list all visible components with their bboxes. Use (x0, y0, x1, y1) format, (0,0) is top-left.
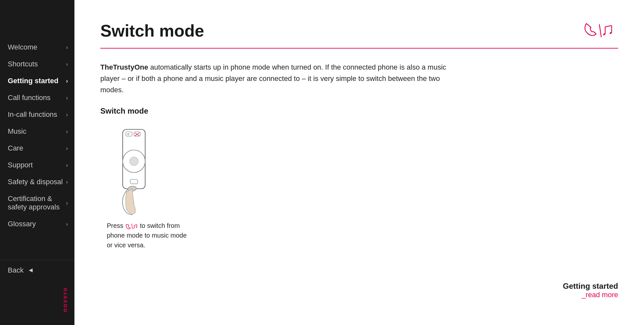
svg-rect-6 (134, 132, 140, 136)
page-header: Switch mode (100, 19, 618, 49)
chevron-right-icon: › (66, 111, 68, 118)
press-text-3: or vice versa. (107, 241, 145, 249)
inline-mode-icon (125, 223, 138, 229)
novero-logo: novero (59, 280, 71, 319)
device-illustration: ✆ ··· Press (107, 126, 456, 250)
sidebar-item-getting-started[interactable]: Getting started› (0, 73, 74, 89)
content-body: TheTrustyOne automatically starts up in … (100, 62, 456, 250)
device-svg: ✆ ··· (107, 126, 159, 217)
sidebar-item-call-functions[interactable]: Call functions› (0, 89, 74, 106)
nav-item-label: Care (8, 144, 23, 152)
nav-item-label: Getting started (8, 77, 58, 85)
chevron-right-icon: › (66, 95, 68, 101)
sidebar-item-shortcuts[interactable]: Shortcuts› (0, 56, 74, 73)
nav-item-label: Certification & safety approvals (8, 195, 66, 211)
nav-item-label: Shortcuts (8, 60, 38, 68)
chevron-right-icon: › (66, 162, 68, 169)
chevron-right-icon: › (66, 179, 68, 185)
svg-point-11 (129, 157, 138, 166)
main-content: Switch mode TheTrustyOne automatically s… (74, 0, 644, 325)
chevron-right-icon: › (66, 61, 68, 68)
press-caption: Press to switch from phone mode to music… (107, 221, 194, 250)
intro-paragraph: TheTrustyOne automatically starts up in … (100, 62, 456, 96)
sidebar-item-certification-safety[interactable]: Certification & safety approvals› (0, 190, 74, 216)
bottom-right-reading-guide: Getting started _read more (563, 282, 618, 299)
sidebar: Welcome›Shortcuts›Getting started›Call f… (0, 0, 74, 325)
bottom-right-title: Getting started (563, 282, 618, 291)
sidebar-navigation: Welcome›Shortcuts›Getting started›Call f… (0, 0, 74, 260)
nav-item-label: Call functions (8, 94, 50, 102)
back-arrow-icon: ◄ (28, 266, 34, 274)
chevron-right-icon: › (66, 200, 68, 207)
nav-item-label: Music (8, 127, 26, 136)
mode-switch-icon (583, 19, 618, 42)
intro-text: automatically starts up in phone mode wh… (100, 63, 446, 94)
svg-line-2 (605, 26, 612, 27)
back-button[interactable]: Back ◄ (0, 260, 74, 280)
sidebar-item-welcome[interactable]: Welcome› (0, 39, 74, 56)
sidebar-item-safety-disposal[interactable]: Safety & disposal› (0, 174, 74, 190)
svg-text:···: ··· (131, 180, 134, 184)
nav-item-label: In-call functions (8, 110, 57, 119)
sidebar-item-care[interactable]: Care› (0, 140, 74, 157)
chevron-right-icon: › (66, 221, 68, 228)
sidebar-item-support[interactable]: Support› (0, 157, 74, 174)
svg-line-15 (132, 224, 132, 229)
press-label: Press (107, 222, 123, 229)
chevron-right-icon: › (66, 78, 68, 84)
novero-logo-area: novero (0, 280, 74, 325)
back-label: Back (8, 266, 24, 275)
nav-item-label: Glossary (8, 220, 36, 228)
sidebar-item-glossary[interactable]: Glossary› (0, 216, 74, 232)
page-title: Switch mode (100, 21, 204, 40)
svg-text:✆: ✆ (127, 133, 130, 136)
chevron-right-icon: › (66, 128, 68, 135)
chevron-right-icon: › (66, 44, 68, 51)
chevron-right-icon: › (66, 145, 68, 152)
bottom-right-link[interactable]: _read more (563, 291, 618, 299)
brand-name-1: TheTrustyOne (100, 63, 148, 71)
svg-line-17 (134, 225, 137, 225)
switch-mode-subtitle: Switch mode (100, 105, 456, 117)
nav-item-label: Support (8, 161, 33, 169)
nav-item-label: Safety & disposal (8, 178, 63, 186)
svg-line-0 (599, 24, 601, 37)
sidebar-item-in-call-functions[interactable]: In-call functions› (0, 106, 74, 123)
nav-item-label: Welcome (8, 43, 37, 51)
sidebar-item-music[interactable]: Music› (0, 123, 74, 140)
